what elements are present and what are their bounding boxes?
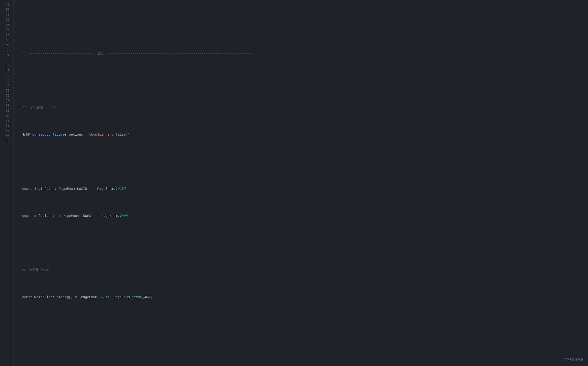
code-line-52: - /** 定义配置 ...*/ — [18, 105, 583, 111]
code-content: // -------------------------------- 过程 -… — [14, 0, 588, 366]
ln-69: 69 — [2, 43, 12, 48]
watermark: CSDN @徐寿春 — [563, 358, 583, 361]
ln-51: 51 — [2, 12, 12, 17]
ln-67b: 67 — [2, 83, 12, 88]
ln-68c: 68 — [2, 103, 12, 108]
configure-fn: configure — [46, 132, 65, 138]
code-editor: 49 50 51 52 65 66 67 68 69 60 61 62 63 6… — [0, 0, 588, 366]
ln-67: 67 — [2, 32, 12, 38]
nprogress-ref: NProgress — [26, 132, 45, 138]
code-line-60: // 免登录白名单 — [18, 268, 583, 273]
ln-65b: 65 — [2, 73, 12, 78]
ln-49: 49 — [2, 2, 12, 7]
ln-66b: 66 — [2, 78, 12, 83]
ln-67c: 67 — [2, 98, 12, 103]
ln-70c: 70 — [2, 114, 12, 118]
code-line-63 — [18, 349, 583, 354]
code-line-51 — [18, 78, 583, 84]
jsdoc-open: /** — [22, 105, 30, 111]
ln-65d: 65 — [2, 129, 12, 134]
code-line-66 — [18, 159, 583, 165]
code-line-62 — [18, 322, 583, 327]
ln-64b: 64 — [2, 123, 12, 128]
ln-66: 66 — [2, 28, 12, 32]
comment-separator: // -------------------------------- 过程 -… — [22, 51, 252, 56]
code-area: 49 50 51 52 65 66 67 68 69 60 61 62 63 6… — [0, 0, 588, 366]
ln-62: 62 — [2, 58, 12, 63]
ln-66d: 66 — [2, 134, 12, 138]
ln-52: 52 — [2, 17, 12, 22]
ln-68: 68 — [2, 38, 12, 43]
code-line-67: const loginPath : PageEnum.LOGIN = PageE… — [18, 186, 583, 192]
ln-61: 61 — [2, 53, 12, 58]
ln-67d: 67 — [2, 139, 12, 144]
ln-69c: 69 — [2, 108, 12, 113]
code-line-69 — [18, 241, 583, 246]
ln-60: 60 — [2, 48, 12, 53]
ln-66c: 66 — [2, 93, 12, 98]
lock-icon-65: 🔒 — [22, 133, 25, 136]
comment-whitelist: // 免登录白名单 — [22, 268, 48, 273]
ln-65c: 65 — [2, 88, 12, 93]
code-line-68: const defaultPath : PageEnum.INDEX = Pag… — [18, 214, 583, 219]
ln-50: 50 — [2, 7, 12, 12]
code-line-65: 🔒 NProgress.configure( options: {showSpi… — [18, 132, 583, 138]
line-numbers: 49 50 51 52 65 66 67 68 69 60 61 62 63 6… — [0, 0, 14, 366]
fold-button-52[interactable]: - — [18, 106, 21, 109]
ln-65: 65 — [2, 23, 12, 28]
code-line-61: const whiteList: string[] = [PageEnum.LO… — [18, 295, 583, 300]
ln-71c: 71 — [2, 118, 12, 123]
ln-63: 63 — [2, 63, 12, 68]
code-line-49 — [18, 24, 583, 29]
code-line-50: // -------------------------------- 过程 -… — [18, 51, 583, 56]
ln-64: 64 — [2, 68, 12, 73]
